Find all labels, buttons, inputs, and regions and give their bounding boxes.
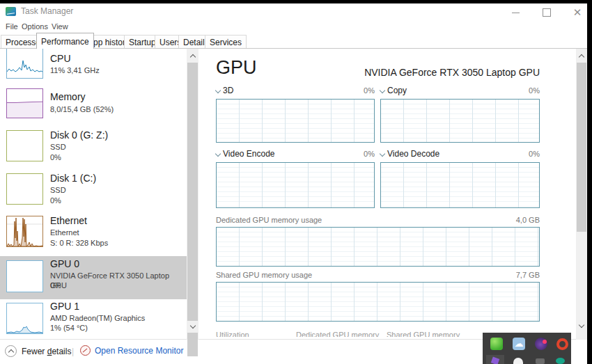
chart-value-video-decode: 0%: [505, 150, 540, 158]
chart-label-video-encode: Video Encode: [216, 149, 275, 159]
chart-shared-memory: [216, 282, 540, 322]
tray-teal-app-icon[interactable]: [556, 358, 565, 364]
disk0-usage: 0%: [50, 152, 61, 162]
gpu0-usage: 0%: [50, 280, 61, 290]
tray-green-app-icon[interactable]: [490, 338, 503, 350]
shared-memory-value: 7,7 GB: [484, 271, 540, 279]
disk1-usage: 0%: [50, 196, 61, 205]
window-title: Task Manager: [21, 6, 73, 16]
tray-gray-app-icon[interactable]: [536, 358, 545, 364]
disk1-title: Disk 1 (C:): [50, 173, 96, 184]
task-manager-window: Task Manager ✕ File Options View Process…: [0, 0, 592, 364]
cpu-stats: 11% 3,41 GHz: [50, 65, 100, 75]
chart-value-video-encode: 0%: [340, 150, 375, 158]
disk0-title: Disk 0 (G: Z:): [50, 129, 108, 141]
gpu-device-name: NVIDIA GeForce RTX 3050 Laptop GPU: [216, 67, 540, 78]
ethernet-mini-graph: [6, 216, 43, 247]
tray-orange-ring-app-icon[interactable]: [556, 338, 568, 350]
sidebar-item-disk0[interactable]: Disk 0 (G: Z:) SSD 0%: [0, 128, 187, 171]
dedicated-memory-label: Dedicated GPU memory usage: [216, 216, 322, 224]
chart-label-3d: 3D: [216, 86, 233, 95]
memory-title: Memory: [50, 91, 86, 102]
gpu1-mini-graph: [6, 303, 43, 334]
system-tray-popup: ☁: [483, 333, 571, 364]
maximize-button[interactable]: [535, 3, 559, 22]
chart-3d: [216, 99, 375, 143]
sidebar-item-gpu0[interactable]: GPU 0 NVIDIA GeForce RTX 3050 Laptop GPU…: [0, 256, 187, 299]
menu-options[interactable]: Options: [22, 22, 48, 31]
sidebar-item-gpu1[interactable]: GPU 1 AMD Radeon(TM) Graphics 1% (54 °C): [0, 299, 187, 340]
minimize-icon: [512, 13, 520, 13]
minimize-button[interactable]: [504, 3, 527, 22]
sidebar-item-cpu[interactable]: CPU 11% 3,41 GHz: [0, 46, 187, 88]
tray-purple-sparkle-app-icon[interactable]: [535, 338, 547, 350]
cpu-title: CPU: [50, 53, 71, 64]
memory-mini-graph: [6, 88, 43, 118]
sidebar-item-disk1[interactable]: Disk 1 (C:) SSD 0%: [0, 171, 187, 214]
stat-shared-label: Shared GPU memory: [387, 331, 460, 337]
titlebar[interactable]: Task Manager ✕: [0, 3, 587, 22]
cpu-mini-graph: [6, 46, 43, 79]
disk1-mini-graph: [6, 173, 43, 205]
gpu1-device: AMD Radeon(TM) Graphics: [50, 313, 145, 323]
stat-dedicated-label: Dedicated GPU memory: [296, 331, 379, 337]
chart-value-copy: 0%: [505, 86, 540, 95]
chevron-down-icon: [380, 88, 385, 93]
menubar: File Options View: [0, 22, 587, 33]
main-scroll-down-icon[interactable]: [576, 320, 587, 332]
chevron-down-icon: [215, 88, 221, 93]
sidebar-item-ethernet[interactable]: Ethernet Ethernet S: 0 R: 328 Kbps: [0, 214, 187, 256]
ethernet-name: Ethernet: [50, 228, 79, 237]
tray-cloud-app-icon[interactable]: ☁: [513, 338, 525, 350]
maximize-icon: [543, 8, 551, 17]
close-button[interactable]: ✕: [566, 3, 589, 22]
sidebar-scroll-thumb[interactable]: [187, 63, 198, 356]
memory-stats: 8,0/15,4 GB (52%): [50, 104, 114, 114]
tab-services[interactable]: Services: [205, 35, 247, 48]
chart-label-copy: Copy: [380, 86, 407, 95]
tray-white-app-icon[interactable]: [513, 358, 523, 364]
close-icon: ✕: [573, 6, 582, 19]
disk1-type: SSD: [50, 185, 66, 195]
chart-video-decode: [380, 162, 540, 208]
sidebar-scroll-down-icon[interactable]: [187, 321, 198, 333]
chart-copy: [380, 99, 540, 143]
ethernet-title: Ethernet: [50, 215, 87, 226]
gpu1-usage: 1% (54 °C): [50, 323, 88, 333]
chart-video-encode: [216, 162, 375, 208]
chart-value-3d: 0%: [340, 86, 375, 95]
chevron-down-icon: [215, 151, 221, 157]
resource-monitor-icon: [80, 345, 91, 356]
disk0-mini-graph: [6, 130, 43, 161]
open-resource-monitor-link[interactable]: Open Resource Monitor: [80, 345, 183, 356]
menu-file[interactable]: File: [6, 22, 18, 31]
disk0-type: SSD: [50, 142, 66, 152]
shared-memory-label: Shared GPU memory usage: [216, 271, 312, 279]
dedicated-memory-value: 4,0 GB: [484, 216, 540, 224]
gpu0-mini-graph: [6, 260, 43, 292]
gpu1-title: GPU 1: [50, 301, 79, 312]
main-scroll-up-icon[interactable]: [576, 50, 587, 62]
footer-separator: |: [72, 347, 74, 356]
stat-utilization-label: Utilization: [216, 331, 249, 337]
chevron-down-icon: [380, 151, 385, 157]
resource-monitor-label: Open Resource Monitor: [95, 346, 183, 356]
tab-performance[interactable]: Performance: [36, 33, 94, 49]
main-scrollbar[interactable]: [576, 49, 587, 340]
sidebar-item-memory[interactable]: Memory 8,0/15,4 GB (52%): [0, 88, 187, 129]
sidebar-scroll-up-icon[interactable]: [187, 50, 198, 62]
gpu0-device: NVIDIA GeForce RTX 3050 Laptop GPU: [50, 271, 187, 290]
tab-bar: Processes Performance App history Startu…: [0, 33, 587, 49]
menu-view[interactable]: View: [52, 22, 68, 31]
main-scroll-thumb[interactable]: [577, 63, 586, 232]
screen-edge-top: [0, 0, 592, 3]
ethernet-stats: S: 0 R: 328 Kbps: [50, 238, 108, 248]
task-manager-icon: [6, 7, 16, 16]
chevron-up-circle-icon: [5, 345, 17, 357]
fewer-details-button[interactable]: Fewer details: [5, 345, 71, 357]
fewer-details-label: Fewer details: [22, 347, 71, 356]
screen-edge-right: [587, 0, 592, 364]
sidebar-scrollbar[interactable]: [187, 49, 198, 340]
chart-label-video-decode: Video Decode: [380, 149, 439, 159]
performance-sidebar: CPU 11% 3,41 GHz Memory 8,0/15,4 GB (52%…: [0, 49, 187, 340]
